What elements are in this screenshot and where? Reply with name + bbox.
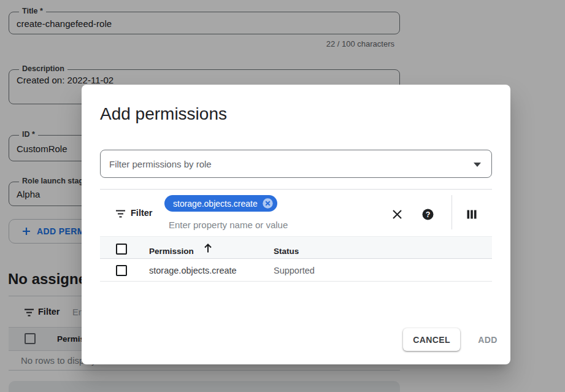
- status-column-header[interactable]: Status: [274, 247, 299, 256]
- column-display-options-button[interactable]: [464, 206, 480, 222]
- dialog-filter-label: Filter: [131, 208, 152, 218]
- row-permission-value: storage.objects.create: [149, 266, 237, 275]
- cancel-button[interactable]: CANCEL: [403, 328, 460, 351]
- role-select-placeholder: Filter permissions by role: [109, 159, 212, 169]
- svg-text:?: ?: [425, 210, 430, 219]
- add-button[interactable]: ADD: [470, 328, 505, 351]
- add-permissions-dialog: Add permissions Filter permissions by ro…: [82, 85, 510, 364]
- chevron-down-icon: [474, 163, 481, 167]
- filter-icon: [115, 209, 126, 218]
- row-checkbox[interactable]: [116, 265, 127, 276]
- clear-filter-button[interactable]: [389, 206, 405, 222]
- dialog-filter-input[interactable]: Enter property name or value: [169, 220, 288, 230]
- help-icon[interactable]: ?: [420, 206, 436, 222]
- divider: [100, 189, 492, 190]
- filter-permissions-by-role-select[interactable]: Filter permissions by role: [100, 150, 492, 178]
- sort-ascending-icon[interactable]: [203, 243, 213, 253]
- chip-remove-icon[interactable]: [262, 198, 274, 209]
- filter-chip[interactable]: storage.objects.create: [164, 195, 277, 212]
- row-status-value: Supported: [274, 266, 315, 275]
- divider: [452, 195, 452, 229]
- dialog-title: Add permissions: [100, 104, 227, 124]
- permission-column-header[interactable]: Permission: [149, 247, 194, 256]
- select-all-checkbox[interactable]: [116, 244, 127, 255]
- filter-chip-label: storage.objects.create: [173, 199, 258, 209]
